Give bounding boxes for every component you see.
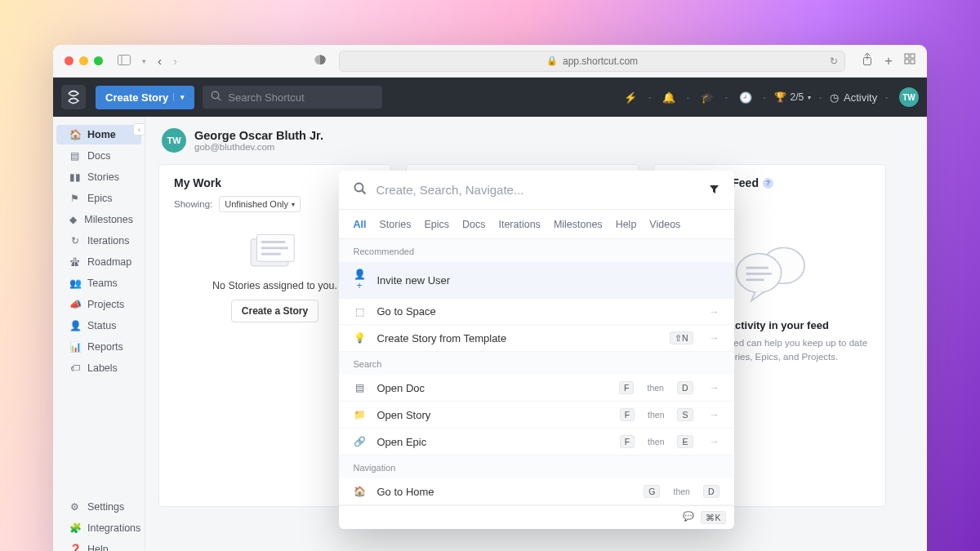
palette-item-go-home[interactable]: 🏠 Go to Home G then D xyxy=(339,478,734,505)
activity-link[interactable]: ◷ Activity xyxy=(830,91,877,104)
chevron-down-icon: ▾ xyxy=(808,94,811,101)
search-input[interactable]: Search Shortcut xyxy=(203,86,382,109)
tab-help[interactable]: Help xyxy=(616,219,637,230)
chevron-down-icon[interactable]: ▾ xyxy=(142,57,146,65)
sidebar-item-labels[interactable]: 🏷Labels xyxy=(56,358,141,378)
report-icon: 📊 xyxy=(69,341,80,353)
bell-icon[interactable]: 🔔 xyxy=(659,91,679,104)
browser-nav: ▾ ‹ › xyxy=(118,54,177,69)
close-window-icon[interactable] xyxy=(65,56,74,65)
palette-item-invite-user[interactable]: 👤+ Invite new User xyxy=(339,262,734,299)
showing-value: Unfinished Only xyxy=(225,199,288,209)
palette-item-create-template[interactable]: 💡 Create Story from Template ⇧N → xyxy=(339,325,734,352)
sidebar-item-projects[interactable]: 📣Projects xyxy=(56,295,141,314)
sidebar-item-status[interactable]: 👤Status xyxy=(56,316,141,335)
tabs-grid-icon[interactable] xyxy=(904,53,915,69)
space-icon: ⬚ xyxy=(354,306,366,318)
search-icon xyxy=(354,182,367,198)
new-tab-icon[interactable]: + xyxy=(884,53,893,69)
sidebar-item-label: Iterations xyxy=(87,235,129,247)
sidebar-item-roadmap[interactable]: 🛣Roadmap xyxy=(56,252,141,272)
sidebar-item-reports[interactable]: 📊Reports xyxy=(56,337,141,357)
tab-all[interactable]: All xyxy=(354,219,367,230)
sidebar-item-milestones[interactable]: ◆Milestones xyxy=(56,210,141,229)
back-icon[interactable]: ‹ xyxy=(158,54,162,68)
palette-item-go-space[interactable]: ⬚ Go to Space → xyxy=(339,299,734,325)
activity-label: Activity xyxy=(844,91,877,104)
project-icon: 📣 xyxy=(69,299,80,310)
showing-label: Showing: xyxy=(174,199,212,209)
sidebar-item-iterations[interactable]: ↻Iterations xyxy=(56,231,141,251)
trophy-icon: 🏆 xyxy=(774,91,786,103)
palette-footer: 💬 ⌘K xyxy=(339,505,734,529)
tab-stories[interactable]: Stories xyxy=(379,219,411,230)
create-story-button[interactable]: Create Story ▾ xyxy=(96,86,194,109)
feedback-icon[interactable]: 💬 xyxy=(683,511,694,524)
tab-milestones[interactable]: Milestones xyxy=(554,219,603,230)
tab-iterations[interactable]: Iterations xyxy=(498,219,540,230)
sidebar-toggle-icon[interactable] xyxy=(118,54,131,69)
puzzle-icon: 🧩 xyxy=(69,522,80,534)
user-email: gob@bluthdev.com xyxy=(194,142,323,152)
sidebar-item-label: Projects xyxy=(87,299,124,310)
collapse-sidebar-icon[interactable]: ‹ xyxy=(133,123,145,136)
avatar[interactable]: TW xyxy=(899,87,919,107)
bulb-icon: 💡 xyxy=(354,332,366,344)
tab-videos[interactable]: Videos xyxy=(649,219,680,230)
privacy-icon[interactable] xyxy=(314,54,326,68)
filter-icon[interactable] xyxy=(709,184,719,197)
keycap: E xyxy=(677,435,693,448)
minimize-window-icon[interactable] xyxy=(79,56,88,65)
maximize-window-icon[interactable] xyxy=(94,56,103,65)
palette-item-label: Go to Space xyxy=(377,305,693,318)
sidebar-item-epics[interactable]: ⚑Epics xyxy=(56,189,141,208)
sidebar-item-integrations[interactable]: 🧩Integrations xyxy=(56,518,141,538)
sidebar-item-settings[interactable]: ⚙Settings xyxy=(56,497,141,517)
palette-item-open-epic[interactable]: 🔗 Open Epic F then E → xyxy=(339,429,734,455)
bolt-icon[interactable]: ⚡ xyxy=(621,91,640,104)
flag-icon: ⚑ xyxy=(69,193,80,204)
doc-icon: ▤ xyxy=(354,382,366,393)
url-bar[interactable]: 🔒 app.shortcut.com ↻ xyxy=(339,51,845,72)
palette-search-input[interactable] xyxy=(376,183,699,197)
gear-icon: ⚙ xyxy=(69,501,80,513)
progress-indicator[interactable]: 🏆 2/5 ▾ xyxy=(774,91,812,103)
sidebar-item-help[interactable]: ❓Help xyxy=(56,540,141,551)
info-icon[interactable]: ? xyxy=(763,178,773,189)
sidebar-item-docs[interactable]: ▤Docs xyxy=(56,146,141,166)
then-label: then xyxy=(647,383,663,393)
chevron-down-icon[interactable]: ▾ xyxy=(173,93,185,101)
palette-item-label: Open Epic xyxy=(377,436,608,448)
create-story-button[interactable]: Create a Story xyxy=(231,300,318,322)
clock-icon[interactable]: 🕘 xyxy=(736,91,755,104)
showing-select[interactable]: Unfinished Only ▾ xyxy=(219,196,301,212)
keycap: D xyxy=(677,381,693,394)
sidebar-item-teams[interactable]: 👥Teams xyxy=(56,273,141,293)
chevron-down-icon: ▾ xyxy=(292,201,295,208)
browser-window: ▾ ‹ › 🔒 app.shortcut.com ↻ + Create Stor… xyxy=(53,45,927,551)
browser-chrome: ▾ ‹ › 🔒 app.shortcut.com ↻ + xyxy=(53,45,927,78)
stories-icon: ▮▮ xyxy=(69,171,80,183)
sidebar-item-label: Status xyxy=(87,320,116,331)
svg-point-19 xyxy=(354,184,363,192)
palette-item-label: Open Doc xyxy=(377,382,608,394)
search-icon xyxy=(211,91,221,104)
section-recommended: Recommended xyxy=(339,239,734,262)
tab-epics[interactable]: Epics xyxy=(424,219,449,230)
command-palette: All Stories Epics Docs Iterations Milest… xyxy=(339,171,734,529)
tab-docs[interactable]: Docs xyxy=(462,219,485,230)
sidebar-item-home[interactable]: 🏠Home xyxy=(56,125,141,144)
progress-value: 2/5 xyxy=(791,91,804,103)
logo-icon[interactable] xyxy=(61,85,86,109)
palette-item-open-story[interactable]: 📁 Open Story F then S → xyxy=(339,402,734,429)
forward-icon[interactable]: › xyxy=(173,54,177,68)
search-placeholder: Search Shortcut xyxy=(228,91,304,104)
graduation-icon[interactable]: 🎓 xyxy=(697,91,717,104)
refresh-icon[interactable]: ↻ xyxy=(830,56,838,67)
palette-item-open-doc[interactable]: ▤ Open Doc F then D → xyxy=(339,375,734,402)
share-icon[interactable] xyxy=(862,53,873,69)
sidebar-item-stories[interactable]: ▮▮Stories xyxy=(56,167,141,187)
then-label: then xyxy=(648,437,664,447)
sidebar-item-label: Teams xyxy=(87,278,118,289)
user-name: George Oscar Bluth Jr. xyxy=(194,129,323,142)
